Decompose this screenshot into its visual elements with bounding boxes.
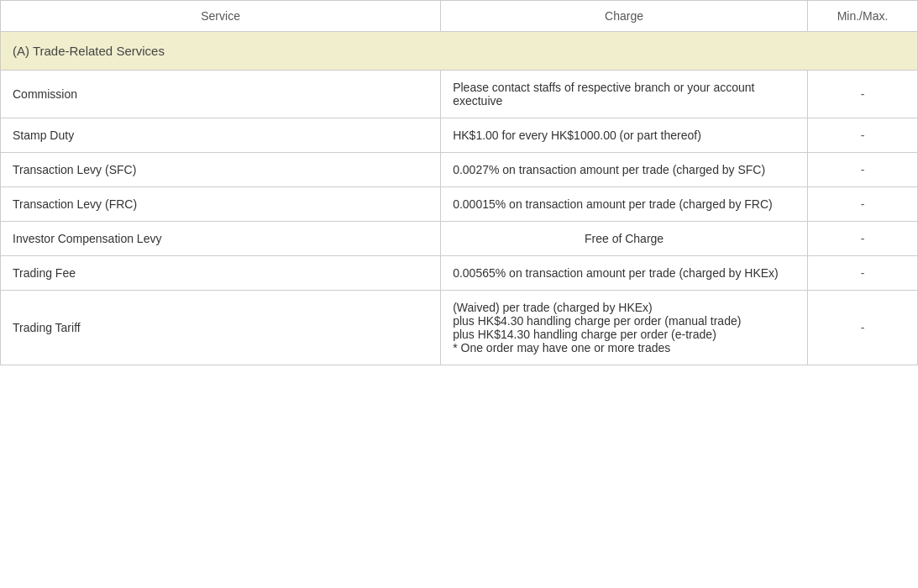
charge-cell: Free of Charge xyxy=(441,222,808,256)
charge-cell: 0.0027% on transaction amount per trade … xyxy=(441,153,808,187)
minmax-header: Min./Max. xyxy=(807,1,917,32)
minmax-cell: - xyxy=(807,222,917,256)
minmax-cell: - xyxy=(807,153,917,187)
service-charge-table: Service Charge Min./Max. (A) Trade-Relat… xyxy=(0,0,918,365)
service-cell: Transaction Levy (FRC) xyxy=(1,187,441,222)
service-cell: Stamp Duty xyxy=(1,118,441,153)
service-cell: Commission xyxy=(1,71,441,118)
section-header-label: (A) Trade-Related Services xyxy=(1,32,918,71)
service-cell: Trading Tariff xyxy=(1,291,441,365)
charge-cell: 0.00565% on transaction amount per trade… xyxy=(441,256,808,291)
charge-header: Charge xyxy=(441,1,808,32)
service-header: Service xyxy=(1,1,441,32)
charge-cell: Please contact staffs of respective bran… xyxy=(441,71,808,118)
service-cell: Trading Fee xyxy=(1,256,441,291)
minmax-cell: - xyxy=(807,256,917,291)
minmax-cell: - xyxy=(807,187,917,222)
service-cell: Investor Compensation Levy xyxy=(1,222,441,256)
charge-cell: (Waived) per trade (charged by HKEx)plus… xyxy=(441,291,808,365)
charge-cell: 0.00015% on transaction amount per trade… xyxy=(441,187,808,222)
charge-cell: HK$1.00 for every HK$1000.00 (or part th… xyxy=(441,118,808,153)
minmax-cell: - xyxy=(807,291,917,365)
minmax-cell: - xyxy=(807,71,917,118)
service-cell: Transaction Levy (SFC) xyxy=(1,153,441,187)
minmax-cell: - xyxy=(807,118,917,153)
